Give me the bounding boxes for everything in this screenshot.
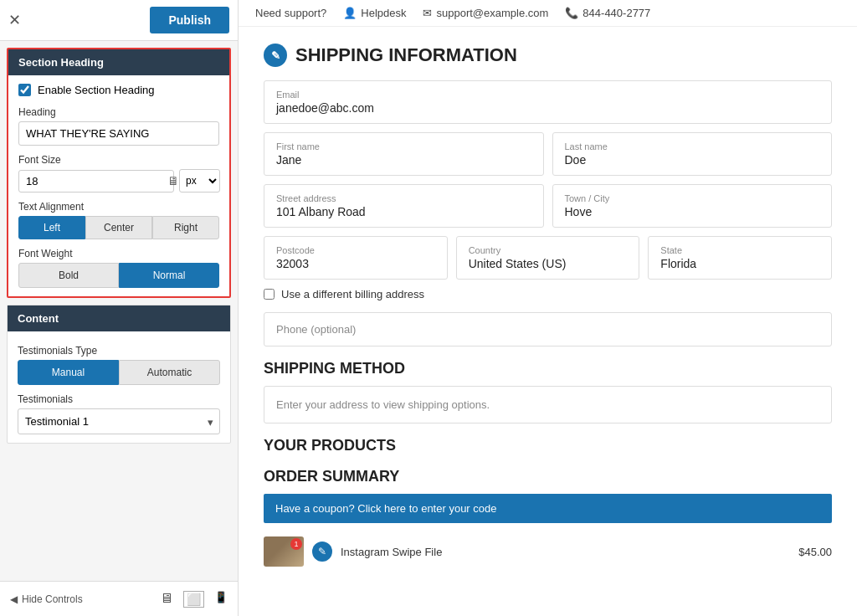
top-bar: ✕ Publish — [0, 0, 238, 41]
last-name-value: Doe — [565, 153, 820, 167]
state-label: State — [660, 245, 819, 255]
font-weight-label: Font Weight — [18, 248, 219, 259]
order-item: 1 ✎ Instagram Swipe File $45.00 — [264, 531, 832, 572]
email-field: Email janedoe@abc.com — [264, 80, 832, 124]
billing-checkbox[interactable] — [264, 289, 275, 300]
email-icon: ✉ — [423, 7, 432, 19]
testimonials-dropdown-wrapper: Testimonial 1 Testimonial 2 Testimonial … — [18, 408, 220, 434]
content-body: Testimonials Type Manual Automatic Testi… — [8, 331, 230, 443]
enable-row: Enable Section Heading — [18, 84, 219, 96]
order-summary-title: ORDER SUMMARY — [264, 468, 832, 485]
left-panel: ✕ Publish Section Heading Enable Section… — [0, 0, 239, 616]
right-panel: Need support? 👤 Helpdesk ✉ support@examp… — [239, 0, 857, 616]
phone-item: 📞 844-440-2777 — [565, 7, 650, 19]
weight-buttons: Bold Normal — [18, 263, 219, 288]
monitor-icon: 🖥 — [167, 174, 179, 187]
section-heading-block: Section Heading Enable Section Heading H… — [7, 48, 231, 298]
city-value: Hove — [565, 205, 820, 218]
first-name-value: Jane — [276, 153, 531, 167]
content-title: Content — [8, 305, 230, 331]
support-bar: Need support? 👤 Helpdesk ✉ support@examp… — [239, 0, 857, 27]
panel-scroll: Section Heading Enable Section Heading H… — [0, 41, 238, 581]
phone-icon: 📞 — [565, 7, 578, 19]
testimonials-type-label: Testimonials Type — [18, 345, 220, 357]
hide-controls-label: Hide Controls — [22, 593, 83, 605]
billing-label: Use a different billing address — [281, 288, 424, 300]
email-field-label: Email — [276, 90, 819, 100]
edit-icon[interactable]: ✎ — [264, 44, 287, 67]
order-thumbnail: 1 — [264, 536, 304, 567]
heading-label: Heading — [18, 106, 219, 118]
weight-bold-button[interactable]: Bold — [18, 263, 119, 288]
desktop-icon[interactable]: 🖥 — [160, 591, 173, 608]
align-buttons: Left Center Right — [18, 216, 219, 239]
font-size-label: Font Size — [18, 154, 219, 166]
last-name-field: Last name Doe — [552, 132, 833, 176]
shipping-title-text: SHIPPING INFORMATION — [295, 44, 517, 66]
testimonials-select[interactable]: Testimonial 1 Testimonial 2 Testimonial … — [18, 408, 220, 434]
coupon-bar[interactable]: Have a coupon? Click here to enter your … — [264, 494, 832, 523]
helpdesk-label[interactable]: Helpdesk — [361, 7, 406, 19]
font-size-row: 🖥 px em rem — [18, 169, 219, 192]
content-block: Content Testimonials Type Manual Automat… — [7, 305, 231, 444]
first-name-label: First name — [276, 141, 531, 151]
enable-label: Enable Section Heading — [38, 84, 155, 96]
street-value: 101 Albany Road — [276, 205, 531, 218]
helpdesk-item: 👤 Helpdesk — [343, 7, 406, 19]
address-row: Street address 101 Albany Road Town / Ci… — [264, 184, 832, 228]
device-icons: 🖥 ⬜ 📱 — [160, 591, 228, 608]
type-automatic-button[interactable]: Automatic — [119, 360, 220, 385]
type-manual-button[interactable]: Manual — [18, 360, 119, 385]
order-item-name: Instagram Swipe File — [341, 546, 790, 558]
phone-label: 844-440-2777 — [582, 7, 650, 19]
postcode-field: Postcode 32003 — [264, 236, 448, 280]
street-label: Street address — [276, 193, 531, 203]
enable-checkbox[interactable] — [18, 84, 31, 96]
street-field: Street address 101 Albany Road — [264, 184, 544, 228]
country-value: United States (US) — [469, 257, 628, 270]
section-heading-body: Enable Section Heading Heading Font Size… — [8, 75, 229, 296]
chevron-icon: ◀ — [10, 593, 18, 605]
state-value: Florida — [660, 257, 819, 270]
country-field: Country United States (US) — [456, 236, 640, 280]
first-name-field: First name Jane — [264, 132, 544, 176]
postcode-value: 32003 — [276, 257, 435, 270]
email-label[interactable]: support@example.com — [436, 7, 548, 19]
email-field-value: janedoe@abc.com — [276, 101, 819, 115]
order-edit-icon[interactable]: ✎ — [312, 542, 332, 562]
name-row: First name Jane Last name Doe — [264, 132, 832, 176]
weight-normal-button[interactable]: Normal — [119, 263, 219, 288]
heading-input[interactable] — [18, 121, 219, 146]
hide-controls-button[interactable]: ◀ Hide Controls — [10, 593, 83, 605]
testimonials-type-buttons: Manual Automatic — [18, 360, 220, 385]
section-heading-title: Section Heading — [8, 49, 229, 75]
text-alignment-label: Text Alignment — [18, 201, 219, 213]
align-left-button[interactable]: Left — [18, 216, 85, 239]
location-row: Postcode 32003 Country United States (US… — [264, 236, 832, 280]
shipping-method-title: SHIPPING METHOD — [264, 360, 832, 377]
order-item-price: $45.00 — [798, 546, 832, 558]
publish-button[interactable]: Publish — [150, 7, 229, 33]
email-item: ✉ support@example.com — [423, 7, 548, 19]
testimonials-label: Testimonials — [18, 393, 220, 405]
your-products-title: YOUR PRODUCTS — [264, 437, 832, 454]
bottom-bar: ◀ Hide Controls 🖥 ⬜ 📱 — [0, 581, 238, 616]
country-label: Country — [469, 245, 628, 255]
align-right-button[interactable]: Right — [152, 216, 219, 239]
shipping-section-title: ✎ SHIPPING INFORMATION — [264, 44, 832, 67]
last-name-label: Last name — [565, 141, 820, 151]
state-field: State Florida — [648, 236, 832, 280]
city-field: Town / City Hove — [552, 184, 833, 228]
tablet-icon[interactable]: ⬜ — [183, 591, 204, 608]
unit-select[interactable]: px em rem — [179, 169, 220, 192]
billing-row: Use a different billing address — [264, 288, 832, 300]
order-badge: 1 — [290, 538, 302, 550]
need-support-text: Need support? — [255, 7, 326, 19]
shipping-options-box: Enter your address to view shipping opti… — [264, 386, 832, 424]
align-center-button[interactable]: Center — [85, 216, 152, 239]
city-label: Town / City — [565, 193, 820, 203]
mobile-icon[interactable]: 📱 — [214, 591, 228, 608]
main-content: ✎ SHIPPING INFORMATION Email janedoe@abc… — [239, 27, 857, 588]
font-size-input[interactable] — [18, 170, 174, 192]
close-button[interactable]: ✕ — [8, 11, 21, 29]
